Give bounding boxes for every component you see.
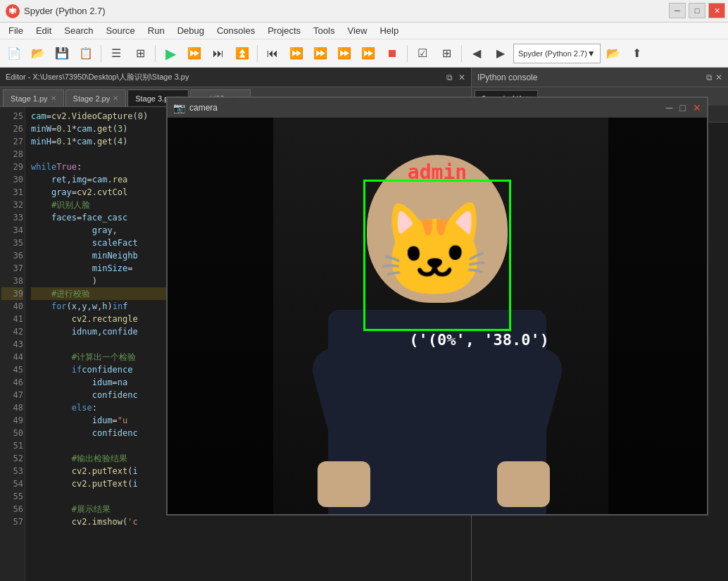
editor-close-button[interactable]: ✕ <box>458 73 465 82</box>
project-nav-text: Spyder (Python 2.7) <box>518 49 587 58</box>
maximize-button[interactable]: □ <box>689 3 705 18</box>
sep1 <box>101 45 101 62</box>
debug-run-button[interactable]: ⏮ <box>261 42 284 65</box>
project-nav-box[interactable]: Spyder (Python 2.7) ▼ <box>513 44 601 63</box>
browse-button[interactable]: ⊞ <box>129 42 151 65</box>
tab-stage1-close[interactable]: ✕ <box>51 94 56 102</box>
camera-window: 📷 camera ─ □ ✕ 🐱 <box>166 96 708 516</box>
bg-right <box>608 118 707 514</box>
tab-stage2[interactable]: Stage 2.py ✕ <box>65 89 127 106</box>
camera-close-btn[interactable]: ✕ <box>693 102 701 113</box>
console-title: IPython console <box>477 73 703 82</box>
tab-stage2-label: Stage 2.py <box>73 94 111 103</box>
face-sticker: 🐱 <box>364 182 505 319</box>
camera-titlebar: 📷 camera ─ □ ✕ <box>168 98 707 118</box>
open-file-button[interactable]: 📂 <box>27 42 49 65</box>
menu-tools[interactable]: Tools <box>308 24 340 37</box>
check-button[interactable]: ☑ <box>411 42 434 65</box>
admin-label: admin <box>408 161 467 184</box>
menu-edit[interactable]: Edit <box>30 24 57 37</box>
run-from-button[interactable]: ⏫ <box>231 42 253 65</box>
console-header: IPython console ⧉ ✕ <box>472 68 728 87</box>
menu-source[interactable]: Source <box>101 24 141 37</box>
menubar: File Edit Search Source Run Debug Consol… <box>0 23 728 39</box>
titlebar: 🕷 Spyder (Python 2.7) ─ □ ✕ <box>0 0 728 23</box>
menu-file[interactable]: File <box>3 24 29 37</box>
close-button[interactable]: ✕ <box>708 3 725 18</box>
forward-button[interactable]: ▶ <box>489 42 512 65</box>
run-button[interactable]: ▶ <box>159 42 182 65</box>
console-float-btn[interactable]: ⧉ <box>706 73 713 82</box>
camera-minimize-btn[interactable]: ─ <box>666 102 673 113</box>
run-line-button[interactable]: ⏭ <box>207 42 230 65</box>
fist-left <box>318 461 370 507</box>
menu-projects[interactable]: Projects <box>262 24 306 37</box>
fist-right <box>497 461 550 507</box>
nav-up-button[interactable]: ⬆ <box>626 42 648 65</box>
sep3 <box>257 45 258 62</box>
stop-button[interactable]: ⏹ <box>381 42 403 65</box>
camera-icon: 📷 <box>173 102 185 113</box>
minimize-button[interactable]: ─ <box>669 3 686 18</box>
step-out-button[interactable]: ⏩ <box>333 42 356 65</box>
sep5 <box>461 45 462 62</box>
list-button[interactable]: ☰ <box>105 42 127 65</box>
toolbar: 📄 📂 💾 📋 ☰ ⊞ ▶ ⏩ ⏭ ⏫ ⏮ ⏩ ⏩ ⏩ ⏩ ⏹ ☑ ⊞ ◀ ▶ … <box>0 39 728 68</box>
code-line-57: cv2.imshow('c <box>31 516 465 528</box>
app-title: Spyder (Python 2.7) <box>24 6 106 16</box>
cont-button[interactable]: ⏩ <box>357 42 379 65</box>
step-button[interactable]: ⏩ <box>285 42 308 65</box>
menu-search[interactable]: Search <box>58 24 99 37</box>
window-controls: ─ □ ✕ <box>669 3 725 18</box>
app-icon: 🕷 <box>6 4 20 18</box>
bg-left <box>168 118 273 514</box>
camera-scene: 🐱 admin ('(0%', '38.0') <box>168 118 707 514</box>
camera-maximize-btn[interactable]: □ <box>680 102 686 113</box>
menu-help[interactable]: Help <box>374 24 404 37</box>
tab-stage1-label: Stage 1.py <box>11 94 48 103</box>
editor-float-button[interactable]: ⧉ <box>446 73 453 82</box>
back-button[interactable]: ◀ <box>465 42 488 65</box>
step-over-button[interactable]: ⏩ <box>309 42 332 65</box>
menu-view[interactable]: View <box>341 24 372 37</box>
new-file-button[interactable]: 📄 <box>3 42 25 65</box>
editor-path: Editor - X:\Users\73950\Desktop\人脸识别\Sta… <box>6 72 441 82</box>
line-numbers: 25262728 29303132 33343536 3738 39 40414… <box>0 107 25 581</box>
save-as-button[interactable]: 📋 <box>75 42 97 65</box>
camera-body: 🐱 admin ('(0%', '38.0') <box>168 118 707 514</box>
run-cell-button[interactable]: ⏩ <box>183 42 206 65</box>
editor-header: Editor - X:\Users\73950\Desktop\人脸识别\Sta… <box>0 68 471 87</box>
tab-stage2-close[interactable]: ✕ <box>113 94 118 102</box>
menu-consoles[interactable]: Consoles <box>211 24 261 37</box>
console-close-btn[interactable]: ✕ <box>715 73 722 82</box>
camera-title: camera <box>189 103 659 113</box>
menu-run[interactable]: Run <box>142 24 170 37</box>
save-button[interactable]: 💾 <box>51 42 73 65</box>
person-figure: 🐱 admin ('(0%', '38.0') <box>310 141 564 514</box>
menu-debug[interactable]: Debug <box>172 24 210 37</box>
tab-stage1[interactable]: Stage 1.py ✕ <box>3 89 64 106</box>
sep4 <box>407 45 408 62</box>
nav-arrow: ▼ <box>587 49 596 58</box>
sep2 <box>155 45 156 62</box>
nav-open-button[interactable]: 📂 <box>602 42 625 65</box>
todo-button[interactable]: ⊞ <box>435 42 458 65</box>
confidence-text: ('(0%', '38.0') <box>409 331 549 349</box>
